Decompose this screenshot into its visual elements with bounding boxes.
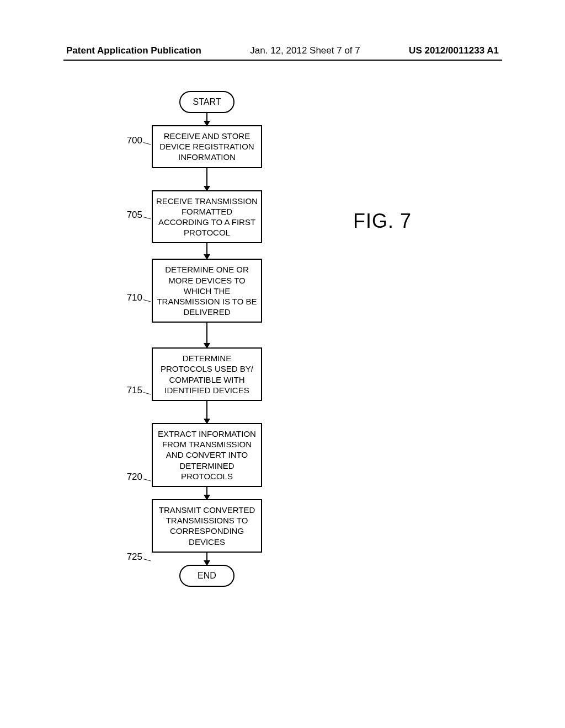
ref-710: 710 (115, 292, 142, 303)
ref-705: 705 (115, 210, 142, 221)
start-label: START (193, 97, 221, 107)
step-720-text: EXTRACT INFORMATION FROM TRANSMISSION AN… (158, 429, 256, 481)
end-terminator: END (179, 565, 234, 587)
ref-715: 715 (115, 385, 142, 396)
step-720-box: EXTRACT INFORMATION FROM TRANSMISSION AN… (152, 423, 262, 487)
ref-720: 720 (115, 472, 142, 483)
figure-label: FIG. 7 (353, 210, 412, 233)
header-date-sheet: Jan. 12, 2012 Sheet 7 of 7 (250, 45, 360, 56)
step-715-box: DETERMINE PROTOCOLS USED BY/ COMPATIBLE … (152, 347, 262, 401)
step-705-box: RECEIVE TRANSMISSION FORMATTED ACCORDING… (152, 190, 262, 244)
page-header: Patent Application Publication Jan. 12, … (0, 45, 565, 56)
flowchart: START RECEIVE AND STORE DEVICE REGISTRAT… (146, 91, 268, 587)
arrow-icon (206, 243, 207, 259)
step-700-text: RECEIVE AND STORE DEVICE REGISTRATION IN… (159, 131, 254, 162)
end-label: END (198, 571, 216, 581)
arrow-icon (206, 553, 207, 565)
step-725-text: TRANSMIT CONVERTED TRANSMISSIONS TO CORR… (159, 505, 255, 547)
arrow-icon (206, 401, 207, 423)
step-710-box: DETERMINE ONE OR MORE DEVICES TO WHICH T… (152, 259, 262, 323)
header-rule (63, 60, 502, 61)
step-705-text: RECEIVE TRANSMISSION FORMATTED ACCORDING… (156, 196, 258, 238)
arrow-icon (206, 323, 207, 347)
arrow-icon (206, 113, 207, 125)
arrow-icon (206, 487, 207, 499)
step-725-box: TRANSMIT CONVERTED TRANSMISSIONS TO CORR… (152, 499, 262, 553)
step-710-text: DETERMINE ONE OR MORE DEVICES TO WHICH T… (157, 265, 257, 317)
header-publication: Patent Application Publication (66, 45, 201, 56)
start-terminator: START (179, 91, 234, 113)
header-pubnumber: US 2012/0011233 A1 (409, 45, 499, 56)
arrow-icon (206, 168, 207, 190)
step-715-text: DETERMINE PROTOCOLS USED BY/ COMPATIBLE … (161, 354, 253, 395)
ref-700: 700 (115, 135, 142, 146)
step-700-box: RECEIVE AND STORE DEVICE REGISTRATION IN… (152, 125, 262, 168)
ref-725: 725 (115, 552, 142, 563)
